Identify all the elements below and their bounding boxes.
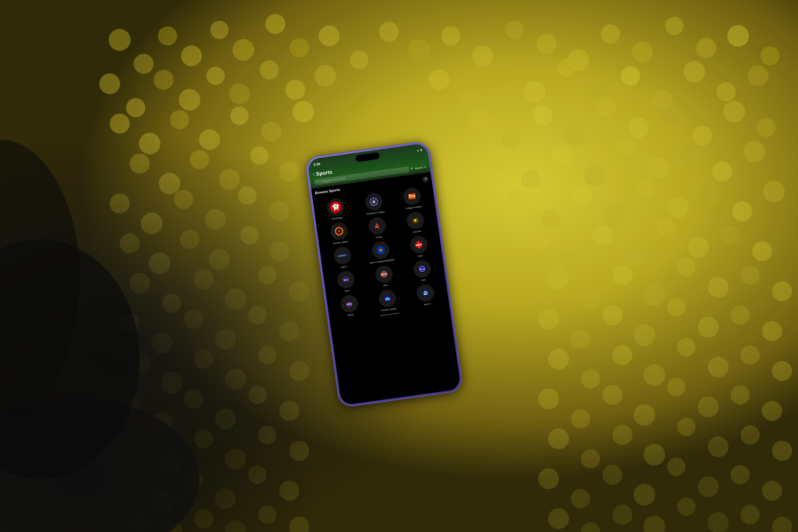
list-icon[interactable]: ≡ bbox=[424, 165, 426, 169]
app-title: Sports bbox=[316, 169, 333, 177]
sport-item-mlb[interactable]: MLB MLB bbox=[399, 233, 439, 260]
svg-text:NHL: NHL bbox=[420, 267, 425, 271]
sport-item-ligue1[interactable]: LIGUE 1 Ligue 1 bbox=[323, 244, 362, 270]
sport-item-liga-mx[interactable]: LIGA MX bbox=[396, 209, 436, 235]
browse-title: Browse Sports bbox=[315, 188, 341, 195]
svg-text:MLS: MLS bbox=[343, 278, 348, 281]
wifi-icon: ▲ bbox=[416, 148, 419, 152]
mls-label: MLS bbox=[345, 289, 350, 292]
college-football-icon: CFB bbox=[402, 187, 422, 206]
nwsl-icon: NWSL bbox=[340, 294, 359, 314]
sport-item-nba[interactable]: NBA NBA bbox=[364, 263, 404, 289]
mcb-label: Men's College Basketball bbox=[370, 258, 395, 264]
premier-league-icon bbox=[378, 289, 397, 308]
mic-icon[interactable]: 🎤 bbox=[422, 176, 429, 182]
sports-grid: ⚽ Bundesliga bbox=[316, 185, 446, 319]
battery-icon: ▮ bbox=[420, 148, 422, 151]
champions-label: Champions League bbox=[366, 210, 385, 215]
bundesliga-label: Bundesliga bbox=[331, 216, 343, 221]
ligue1-label: Ligue 1 bbox=[340, 265, 348, 268]
nhl-icon: NHL bbox=[413, 259, 432, 279]
apple-logo:  bbox=[313, 172, 315, 177]
sport-item-mcb[interactable]: 🏀 Men's College Basketball bbox=[361, 239, 401, 265]
svg-point-229 bbox=[371, 220, 383, 232]
svg-text:🏀: 🏀 bbox=[379, 248, 383, 252]
college-football-label: College Football bbox=[405, 205, 422, 210]
svg-text:MLB: MLB bbox=[416, 243, 422, 247]
sport-item-champions-league[interactable]: Champions League bbox=[354, 190, 394, 216]
sport-item-nhl[interactable]: NHL NHL bbox=[403, 258, 442, 284]
sport-item-europa-league[interactable]: Europa League bbox=[320, 220, 359, 246]
sport-item-mls[interactable]: MLS MLS bbox=[326, 268, 366, 294]
mcb-icon: 🏀 bbox=[371, 240, 390, 260]
bundesliga-icon: ⚽ bbox=[326, 197, 345, 216]
ligue1-icon: LIGUE 1 bbox=[333, 246, 352, 265]
nba-label: NBA bbox=[383, 283, 388, 287]
search-icon: 🔍 bbox=[317, 180, 320, 184]
laliga-label: LaLiga bbox=[375, 235, 382, 239]
status-time: 3:26 bbox=[313, 162, 320, 167]
mlb-label: MLB bbox=[418, 254, 423, 257]
sport-item-laliga[interactable]: LaLiga bbox=[358, 215, 397, 241]
europa-label: Europa League bbox=[333, 240, 348, 245]
status-icons: ▲ ▮ bbox=[416, 148, 422, 152]
search-icon-alt: 🔍 bbox=[411, 167, 414, 170]
champions-icon bbox=[364, 192, 383, 211]
sport-item-college-football[interactable]: CFB College Football bbox=[393, 185, 432, 211]
svg-text:⚽: ⚽ bbox=[332, 203, 340, 211]
home-indicator-bar bbox=[380, 312, 400, 316]
nba-icon: NBA bbox=[374, 265, 394, 284]
search-button[interactable]: Search bbox=[415, 166, 423, 170]
europa-icon bbox=[329, 222, 349, 241]
sport-item-bundesliga[interactable]: ⚽ Bundesliga bbox=[316, 196, 356, 222]
liga-mx-icon bbox=[406, 211, 425, 230]
nhl-label: NHL bbox=[421, 278, 426, 282]
serie-a-icon: A bbox=[416, 283, 435, 303]
laliga-icon bbox=[367, 216, 387, 235]
mlb-icon: MLB bbox=[409, 235, 429, 254]
mls-icon: MLS bbox=[336, 270, 356, 289]
liga-mx-label: LIGA MX bbox=[412, 230, 421, 233]
